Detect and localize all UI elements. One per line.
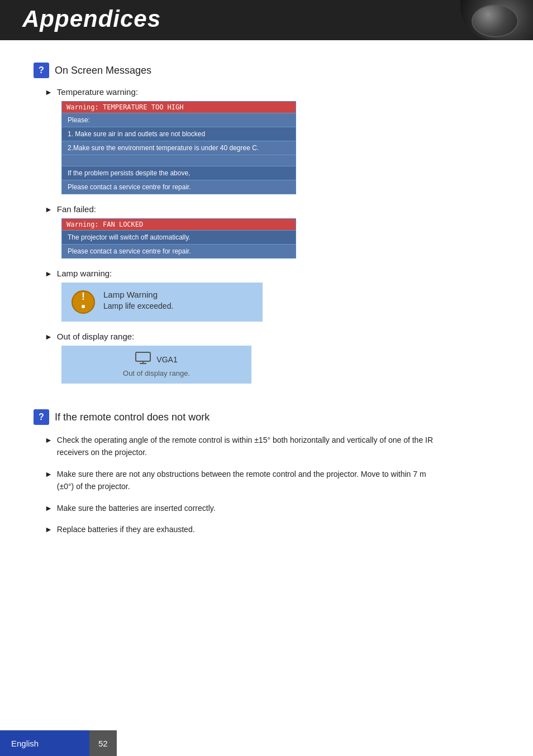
section1-header: ? On Screen Messages: [34, 63, 499, 78]
fan-failed-box: Warning: FAN LOCKED The projector will s…: [61, 218, 296, 259]
section2-title: If the remote control does not work: [55, 412, 210, 423]
temp-warning-box-header: Warning: TEMPERATURE TOO HIGH: [62, 102, 296, 113]
page-header: Appendices: [0, 0, 533, 40]
bullet-arrow-remote-1: ►: [45, 468, 53, 480]
display-range-header: ► Out of display range:: [45, 332, 499, 341]
display-range-message: Out of display range.: [123, 369, 190, 377]
section1-title: On Screen Messages: [55, 65, 151, 76]
bullet-arrow-display: ►: [45, 332, 53, 341]
temp-row-0: Please:: [62, 113, 296, 127]
display-range-box: VGA1 Out of display range.: [61, 346, 251, 384]
temp-row2-0: If the problem persists despite the abov…: [62, 166, 296, 180]
lamp-warning-label: Lamp warning:: [57, 269, 112, 278]
remote-bullet-text-2: Make sure the batteries are inserted cor…: [57, 502, 216, 514]
main-content: ? On Screen Messages ► Temperature warni…: [0, 40, 533, 561]
question-icon-2: ?: [34, 409, 49, 425]
footer-language: English: [0, 730, 89, 756]
remote-bullet-1: ► Make sure there are not any obstructio…: [45, 468, 499, 493]
page-title: Appendices: [0, 0, 533, 32]
fan-failed-section: ► Fan failed: Warning: FAN LOCKED The pr…: [45, 204, 499, 259]
footer-page-number: 52: [89, 730, 117, 756]
lamp-warning-section: ► Lamp warning: ! Lamp Warning Lamp life…: [45, 269, 499, 322]
remote-bullet-0: ► Check the operating angle of the remot…: [45, 434, 499, 459]
temp-warning-label: Temperature warning:: [57, 87, 138, 97]
display-box-top: VGA1: [135, 352, 177, 367]
remote-bullet-text-3: Replace batteries if they are exhausted.: [57, 523, 195, 535]
fan-row-1: Please contact a service centre for repa…: [62, 244, 296, 258]
page-footer: English 52: [0, 730, 533, 756]
svg-rect-3: [136, 352, 150, 361]
temp-warning-header: ► Temperature warning:: [45, 87, 499, 97]
temp-spacer: [62, 155, 296, 166]
lamp-warning-box: ! Lamp Warning Lamp life exceeded.: [61, 283, 263, 322]
remote-bullet-2: ► Make sure the batteries are inserted c…: [45, 502, 499, 514]
bullet-arrow-remote-2: ►: [45, 503, 53, 514]
remote-bullet-text-0: Check the operating angle of the remote …: [57, 434, 437, 459]
svg-text:!: !: [82, 291, 85, 302]
fan-failed-header: ► Fan failed:: [45, 204, 499, 214]
display-source: VGA1: [156, 355, 177, 364]
temp-row-1: 1. Make sure air in and outlets are not …: [62, 127, 296, 141]
lamp-warning-title: Lamp Warning: [103, 290, 173, 299]
bullet-arrow-remote-0: ►: [45, 434, 53, 446]
lamp-text-area: Lamp Warning Lamp life exceeded.: [103, 290, 173, 310]
lamp-warning-icon: !: [71, 290, 96, 314]
lamp-warning-header: ► Lamp warning:: [45, 269, 499, 278]
question-icon-1: ?: [34, 63, 49, 78]
lens-decoration: [460, 0, 533, 40]
temp-warning-box: Warning: TEMPERATURE TOO HIGH Please: 1.…: [61, 101, 296, 194]
display-range-section: ► Out of display range: VGA1 Out of disp…: [45, 332, 499, 384]
monitor-icon: [135, 352, 151, 367]
remote-bullet-text-1: Make sure there are not any obstructions…: [57, 468, 437, 493]
temp-row2-1: Please contact a service centre for repa…: [62, 180, 296, 194]
bullet-arrow-fan: ►: [45, 205, 53, 214]
display-range-label: Out of display range:: [57, 332, 134, 341]
bullet-arrow-temp: ►: [45, 88, 53, 97]
remote-bullet-3: ► Replace batteries if they are exhauste…: [45, 523, 499, 535]
temp-warning-section: ► Temperature warning: Warning: TEMPERAT…: [45, 87, 499, 194]
bullet-arrow-lamp: ►: [45, 269, 53, 278]
bullet-arrow-remote-3: ►: [45, 524, 53, 535]
section2-header: ? If the remote control does not work: [34, 409, 499, 425]
fan-failed-box-header: Warning: FAN LOCKED: [62, 219, 296, 230]
lamp-warning-subtitle: Lamp life exceeded.: [103, 302, 173, 310]
temp-row-2: 2.Make sure the environment temperature …: [62, 141, 296, 155]
fan-failed-label: Fan failed:: [57, 204, 96, 214]
svg-point-2: [82, 305, 85, 308]
fan-row-0: The projector will switch off automatica…: [62, 230, 296, 244]
